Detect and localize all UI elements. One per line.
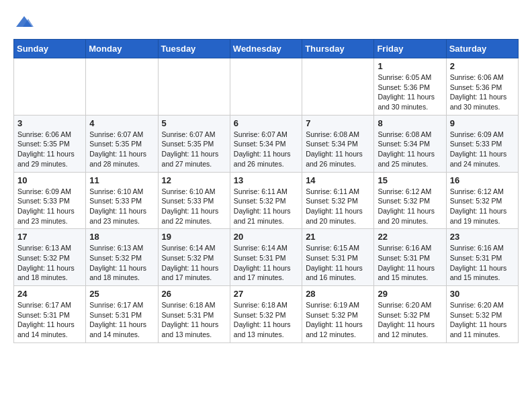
weekday-header-tuesday: Tuesday [158, 40, 230, 58]
calendar-cell: 4Sunrise: 6:07 AMSunset: 5:35 PMDaylight… [86, 115, 158, 172]
weekday-header-monday: Monday [86, 40, 158, 58]
page: SundayMondayTuesdayWednesdayThursdayFrid… [0, 0, 532, 350]
sunrise-info: Sunrise: 6:14 AM [162, 244, 216, 252]
day-number: 6 [234, 118, 298, 128]
day-number: 23 [450, 232, 515, 242]
day-info: Sunrise: 6:14 AMSunset: 5:31 PMDaylight:… [234, 243, 298, 283]
day-number: 22 [378, 232, 442, 242]
daylight-info: Daylight: 11 hours and 12 minutes. [306, 320, 363, 338]
daylight-info: Daylight: 11 hours and 11 minutes. [450, 320, 507, 338]
day-number: 7 [306, 118, 370, 128]
calendar-cell: 26Sunrise: 6:18 AMSunset: 5:31 PMDayligh… [158, 286, 230, 343]
day-number: 19 [162, 232, 226, 242]
daylight-info: Daylight: 11 hours and 13 minutes. [234, 320, 291, 338]
day-number: 14 [306, 175, 370, 185]
sunrise-info: Sunrise: 6:11 AM [234, 187, 287, 195]
day-info: Sunrise: 6:18 AMSunset: 5:31 PMDaylight:… [162, 300, 226, 340]
daylight-info: Daylight: 11 hours and 15 minutes. [450, 264, 507, 282]
calendar-cell: 7Sunrise: 6:08 AMSunset: 5:34 PMDaylight… [302, 115, 374, 172]
weekday-header-thursday: Thursday [302, 40, 374, 58]
sunrise-info: Sunrise: 6:15 AM [306, 244, 359, 252]
calendar-cell: 24Sunrise: 6:17 AMSunset: 5:31 PMDayligh… [14, 286, 86, 343]
day-info: Sunrise: 6:06 AMSunset: 5:36 PMDaylight:… [450, 73, 515, 112]
daylight-info: Daylight: 11 hours and 12 minutes. [378, 320, 435, 338]
weekday-header-saturday: Saturday [446, 40, 518, 58]
day-number: 5 [162, 118, 226, 128]
day-number: 25 [89, 289, 154, 299]
day-number: 16 [450, 175, 515, 185]
day-number: 10 [17, 175, 82, 185]
calendar-cell [14, 58, 86, 116]
day-number: 11 [89, 175, 154, 185]
day-info: Sunrise: 6:20 AMSunset: 5:32 PMDaylight:… [450, 300, 515, 340]
sunset-info: Sunset: 5:32 PM [450, 311, 502, 319]
day-info: Sunrise: 6:12 AMSunset: 5:32 PMDaylight:… [450, 187, 515, 226]
sunset-info: Sunset: 5:32 PM [306, 311, 358, 319]
sunrise-info: Sunrise: 6:07 AM [234, 130, 287, 138]
sunset-info: Sunset: 5:32 PM [234, 311, 286, 319]
daylight-info: Daylight: 11 hours and 14 minutes. [89, 320, 146, 338]
sunset-info: Sunset: 5:32 PM [378, 311, 430, 319]
sunset-info: Sunset: 5:31 PM [306, 254, 358, 262]
calendar-cell: 21Sunrise: 6:15 AMSunset: 5:31 PMDayligh… [302, 229, 374, 286]
calendar-cell: 17Sunrise: 6:13 AMSunset: 5:32 PMDayligh… [14, 229, 86, 286]
sunrise-info: Sunrise: 6:17 AM [89, 301, 143, 309]
daylight-info: Daylight: 11 hours and 18 minutes. [17, 264, 75, 282]
sunset-info: Sunset: 5:34 PM [306, 140, 358, 148]
day-number: 1 [378, 61, 442, 71]
calendar-cell: 14Sunrise: 6:11 AMSunset: 5:32 PMDayligh… [302, 172, 374, 229]
day-info: Sunrise: 6:20 AMSunset: 5:32 PMDaylight:… [378, 300, 442, 340]
sunrise-info: Sunrise: 6:14 AM [234, 244, 287, 252]
day-info: Sunrise: 6:09 AMSunset: 5:33 PMDaylight:… [17, 187, 82, 226]
sunrise-info: Sunrise: 6:13 AM [89, 244, 143, 252]
sunrise-info: Sunrise: 6:20 AM [378, 301, 431, 309]
calendar-cell: 3Sunrise: 6:06 AMSunset: 5:35 PMDaylight… [14, 115, 86, 172]
day-info: Sunrise: 6:05 AMSunset: 5:36 PMDaylight:… [378, 73, 442, 112]
day-info: Sunrise: 6:16 AMSunset: 5:31 PMDaylight:… [450, 243, 515, 283]
daylight-info: Daylight: 11 hours and 13 minutes. [162, 320, 219, 338]
day-number: 30 [450, 289, 515, 299]
calendar-cell: 30Sunrise: 6:20 AMSunset: 5:32 PMDayligh… [446, 286, 518, 343]
calendar-week-1: 1Sunrise: 6:05 AMSunset: 5:36 PMDaylight… [14, 58, 519, 116]
sunset-info: Sunset: 5:33 PM [162, 197, 214, 205]
sunset-info: Sunset: 5:31 PM [162, 311, 214, 319]
calendar-cell: 15Sunrise: 6:12 AMSunset: 5:32 PMDayligh… [374, 172, 446, 229]
day-info: Sunrise: 6:10 AMSunset: 5:33 PMDaylight:… [89, 187, 154, 226]
day-info: Sunrise: 6:08 AMSunset: 5:34 PMDaylight:… [306, 130, 370, 169]
day-info: Sunrise: 6:10 AMSunset: 5:33 PMDaylight:… [162, 187, 226, 226]
day-info: Sunrise: 6:17 AMSunset: 5:31 PMDaylight:… [89, 300, 154, 340]
daylight-info: Daylight: 11 hours and 24 minutes. [450, 150, 507, 168]
sunset-info: Sunset: 5:31 PM [234, 254, 286, 262]
day-info: Sunrise: 6:19 AMSunset: 5:32 PMDaylight:… [306, 300, 370, 340]
sunset-info: Sunset: 5:31 PM [17, 311, 70, 319]
daylight-info: Daylight: 11 hours and 21 minutes. [234, 207, 291, 225]
weekday-header-friday: Friday [374, 40, 446, 58]
daylight-info: Daylight: 11 hours and 16 minutes. [306, 264, 363, 282]
sunset-info: Sunset: 5:34 PM [378, 140, 430, 148]
calendar-cell: 20Sunrise: 6:14 AMSunset: 5:31 PMDayligh… [230, 229, 302, 286]
sunset-info: Sunset: 5:33 PM [89, 197, 142, 205]
calendar-cell: 6Sunrise: 6:07 AMSunset: 5:34 PMDaylight… [230, 115, 302, 172]
day-number: 13 [234, 175, 298, 185]
day-number: 21 [306, 232, 370, 242]
sunrise-info: Sunrise: 6:07 AM [162, 130, 216, 138]
sunrise-info: Sunrise: 6:10 AM [162, 187, 216, 195]
day-info: Sunrise: 6:13 AMSunset: 5:32 PMDaylight:… [17, 243, 82, 283]
daylight-info: Daylight: 11 hours and 23 minutes. [89, 207, 146, 225]
sunset-info: Sunset: 5:31 PM [89, 311, 142, 319]
calendar-cell: 12Sunrise: 6:10 AMSunset: 5:33 PMDayligh… [158, 172, 230, 229]
calendar-cell: 9Sunrise: 6:09 AMSunset: 5:33 PMDaylight… [446, 115, 518, 172]
day-number: 27 [234, 289, 298, 299]
calendar-cell: 1Sunrise: 6:05 AMSunset: 5:36 PMDaylight… [374, 58, 446, 116]
calendar-week-2: 3Sunrise: 6:06 AMSunset: 5:35 PMDaylight… [14, 115, 519, 172]
sunset-info: Sunset: 5:31 PM [378, 254, 430, 262]
calendar-cell: 25Sunrise: 6:17 AMSunset: 5:31 PMDayligh… [86, 286, 158, 343]
calendar-cell [230, 58, 302, 116]
calendar-header-row: SundayMondayTuesdayWednesdayThursdayFrid… [14, 40, 519, 58]
sunrise-info: Sunrise: 6:06 AM [17, 130, 71, 138]
sunrise-info: Sunrise: 6:09 AM [17, 187, 71, 195]
calendar-week-5: 24Sunrise: 6:17 AMSunset: 5:31 PMDayligh… [14, 286, 519, 343]
day-number: 8 [378, 118, 442, 128]
day-info: Sunrise: 6:15 AMSunset: 5:31 PMDaylight:… [306, 243, 370, 283]
day-number: 4 [89, 118, 154, 128]
